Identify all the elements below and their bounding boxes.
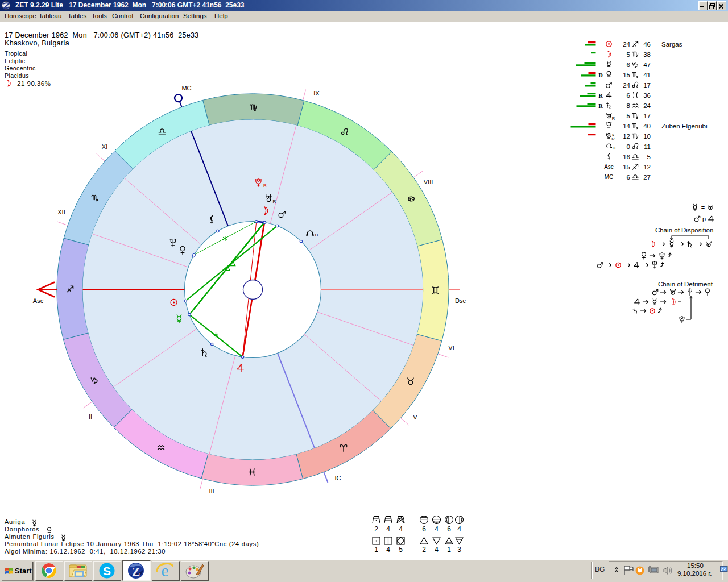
svg-text:11: 11	[644, 143, 651, 150]
svg-text:14: 14	[623, 123, 630, 130]
svg-text:V: V	[413, 414, 417, 421]
svg-text:XI: XI	[102, 143, 107, 150]
svg-text:40: 40	[643, 123, 651, 130]
svg-text:5: 5	[627, 51, 630, 58]
svg-text:12: 12	[623, 133, 630, 140]
svg-text:12: 12	[643, 164, 651, 171]
svg-text:Sargas: Sargas	[661, 41, 682, 48]
svg-text:15: 15	[623, 164, 630, 171]
svg-text:4: 4	[435, 525, 439, 533]
svg-text:VI: VI	[448, 344, 454, 351]
svg-text:10: 10	[643, 133, 651, 140]
svg-text:S: S	[103, 564, 111, 577]
svg-text:0: 0	[627, 143, 630, 150]
svg-text:MC: MC	[181, 85, 191, 92]
svg-text:6: 6	[627, 174, 630, 181]
svg-text:Dsc: Dsc	[455, 297, 466, 304]
svg-text:p: p	[702, 215, 706, 222]
svg-text:6: 6	[627, 92, 630, 99]
svg-text:4: 4	[399, 525, 403, 533]
svg-text:IC: IC	[335, 475, 341, 481]
svg-text:4: 4	[457, 525, 461, 533]
svg-text:IX: IX	[313, 90, 320, 97]
svg-text:Asc: Asc	[604, 164, 614, 170]
svg-text:=: =	[701, 204, 705, 211]
svg-text:Chain of Disposition: Chain of Disposition	[655, 227, 713, 234]
svg-text:MC: MC	[605, 174, 614, 180]
svg-text:8: 8	[627, 102, 630, 109]
svg-text:Chain of Detriment: Chain of Detriment	[658, 281, 713, 288]
svg-text:16: 16	[623, 153, 630, 160]
svg-text:II: II	[89, 413, 92, 420]
svg-text:24: 24	[623, 41, 630, 48]
svg-text:R: R	[263, 183, 267, 188]
svg-text:1: 1	[447, 546, 451, 554]
svg-text:VIII: VIII	[424, 178, 433, 185]
svg-text:47: 47	[643, 61, 651, 68]
svg-text:R: R	[598, 103, 603, 109]
svg-text:Zuben Elgenubi: Zuben Elgenubi	[661, 123, 708, 130]
svg-text:Asc: Asc	[33, 297, 44, 304]
svg-text:4: 4	[386, 546, 390, 554]
svg-text:15: 15	[623, 72, 630, 78]
svg-text:III: III	[209, 488, 214, 494]
svg-text:6: 6	[627, 61, 630, 68]
svg-text:D: D	[613, 146, 616, 151]
svg-text:24: 24	[623, 82, 630, 89]
svg-text:24: 24	[643, 102, 651, 109]
svg-text:6: 6	[447, 525, 451, 533]
svg-text:46: 46	[643, 41, 651, 48]
svg-text:R: R	[273, 199, 276, 204]
svg-text:XII: XII	[57, 209, 65, 215]
svg-text:36: 36	[643, 92, 651, 99]
svg-text:5: 5	[627, 113, 630, 119]
svg-text:6: 6	[422, 525, 426, 533]
svg-text:1: 1	[374, 546, 378, 554]
svg-text:5: 5	[399, 546, 403, 554]
svg-text:R: R	[598, 93, 603, 99]
svg-text:2: 2	[374, 525, 378, 533]
svg-text:4: 4	[435, 546, 439, 554]
svg-text:3: 3	[457, 546, 461, 554]
svg-text:Z: Z	[132, 564, 140, 579]
svg-text:17: 17	[643, 113, 651, 119]
svg-text:D: D	[598, 72, 603, 78]
svg-text:5: 5	[647, 153, 651, 160]
svg-text:41: 41	[643, 72, 651, 78]
svg-text:17: 17	[643, 82, 651, 89]
svg-text:27: 27	[643, 174, 651, 181]
svg-text:R: R	[611, 136, 615, 142]
svg-text:2: 2	[422, 546, 426, 554]
svg-text:38: 38	[643, 51, 651, 58]
svg-text:R: R	[612, 116, 615, 121]
svg-text:4: 4	[386, 525, 390, 533]
svg-text:D: D	[315, 232, 318, 238]
